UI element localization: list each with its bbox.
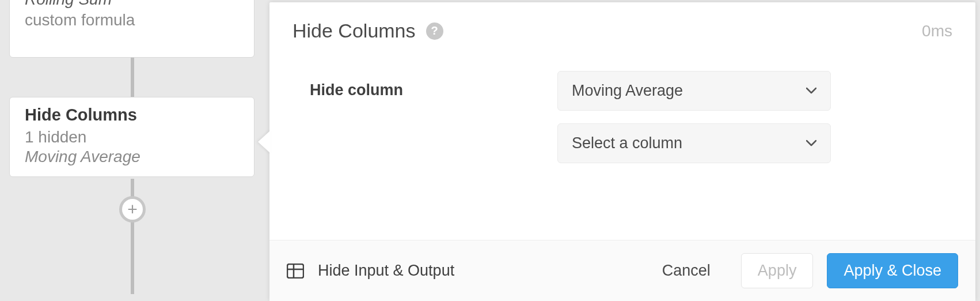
chevron-down-icon [806, 85, 816, 97]
panel-header: Hide Columns ? 0ms [269, 2, 975, 48]
select-value: Select a column [572, 134, 682, 152]
apply-button[interactable]: Apply [741, 253, 814, 288]
plus-icon: + [127, 200, 138, 219]
node-subtitle: custom formula [25, 11, 239, 29]
hide-io-toggle[interactable]: Hide Input & Output [318, 262, 454, 280]
panel-body: Hide column Moving Average Select a colu… [269, 48, 975, 240]
hide-column-row: Hide column Moving Average Select a colu… [310, 71, 950, 163]
cancel-button[interactable]: Cancel [645, 253, 727, 288]
execution-time: 0ms [922, 22, 952, 40]
config-panel: Hide Columns ? 0ms Hide column Moving Av… [269, 2, 975, 301]
add-node-button[interactable]: + [119, 196, 146, 223]
panel-footer: Hide Input & Output Cancel Apply Apply &… [269, 240, 975, 301]
flow-node-hide-columns[interactable]: Hide Columns 1 hidden Moving Average [9, 97, 255, 177]
node-hidden-count: 1 hidden [25, 128, 239, 146]
apply-and-close-button[interactable]: Apply & Close [827, 253, 958, 288]
select-value: Moving Average [572, 82, 683, 100]
node-title: Hide Columns [25, 106, 239, 125]
node-hidden-column: Moving Average [25, 148, 239, 166]
table-icon [287, 264, 304, 279]
select-stack: Moving Average Select a column [557, 71, 950, 163]
hide-column-label: Hide column [310, 71, 557, 99]
hide-column-select-2[interactable]: Select a column [557, 123, 831, 163]
panel-pointer [258, 130, 271, 153]
hide-column-select-1[interactable]: Moving Average [557, 71, 831, 111]
node-title: Rolling Sum [25, 0, 239, 9]
connector-line [131, 58, 134, 97]
svg-rect-0 [287, 264, 303, 278]
help-icon[interactable]: ? [426, 22, 443, 40]
flow-canvas[interactable]: Rolling Sum custom formula Hide Columns … [0, 0, 271, 301]
chevron-down-icon [806, 137, 816, 149]
flow-node-rolling-sum[interactable]: Rolling Sum custom formula [9, 0, 255, 58]
panel-title: Hide Columns [293, 20, 416, 42]
